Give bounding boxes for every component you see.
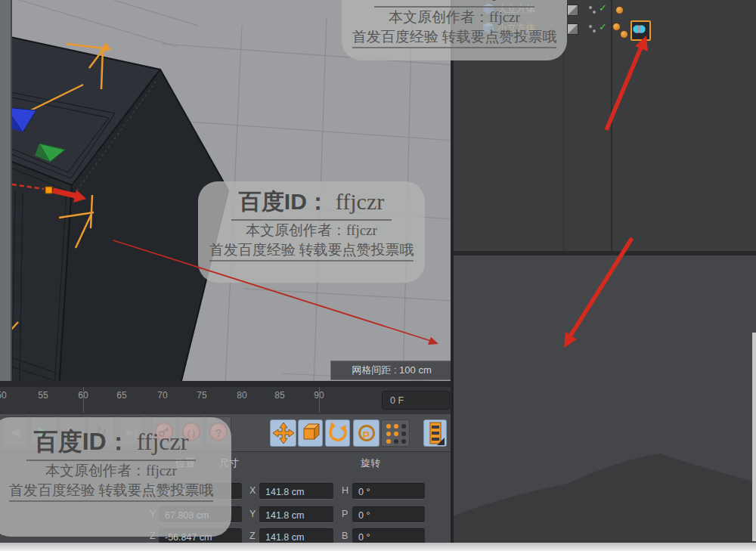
meshboolean-tag-icon[interactable] [631,20,651,41]
watermark-author: 本文原创作者：ffjczr [0,461,231,481]
ruler-label: 85 [268,390,291,401]
axis-label: H [342,485,349,496]
current-frame-field[interactable]: 0 F [382,391,450,410]
watermark-footer: 首发百度经验 转载要点赞投票哦 [209,240,414,262]
ruler-label: 55 [32,390,54,401]
ruler-label: 65 [110,390,133,401]
window-left-edge [0,0,12,387]
scale-tool-button[interactable] [298,419,323,447]
render-settings-button[interactable] [423,419,447,447]
texture-tag-dot[interactable] [612,23,621,31]
texture-tag-dot[interactable] [620,30,628,39]
rotate-icon [327,421,349,445]
c4d-window: 网格间距 : 100 cm 大立方体 ✓ 小立方体 [0,0,756,551]
background-silhouette [454,446,756,544]
filmstrip-icon [426,421,445,445]
range-marker[interactable] [83,387,84,413]
enabled-check-icon[interactable]: ✓ [599,2,607,14]
range-marker[interactable] [319,387,320,413]
watermark: 百度ID：ffjczr 本文原创作者：ffjczr 首发百度经验 转载要点赞投票… [198,181,425,283]
scale-icon [299,421,322,445]
ruler-label: 50 [0,390,13,401]
layer-icon[interactable] [567,23,578,35]
visibility-dot[interactable] [589,6,592,9]
watermark-title: 百度ID：ffjczr [374,0,534,8]
window-bottom-edge [0,543,756,551]
snap-grid-button[interactable] [381,419,410,447]
panel-divider [454,251,756,255]
axis-label: Y [249,509,256,519]
ruler-label: 75 [191,390,213,401]
rotation-header: 旋转 [333,457,408,470]
watermark-footer: 首发百度经验 转载要点赞投票哦 [9,481,214,502]
ruler-label: 80 [231,390,253,401]
rotation-h-field[interactable]: 0 ° [352,483,425,500]
watermark-author: 本文原创作者：ffjczr [198,221,425,240]
visibility-dot[interactable] [593,11,596,14]
ruler-label: 70 [151,390,174,401]
move-tool-button[interactable] [270,419,296,447]
texture-tag-dot[interactable] [615,6,624,14]
om-column-divider [611,0,612,251]
p-badge-icon: P [358,425,375,441]
axis-label: P [342,509,348,519]
size-x-field[interactable]: 141.8 cm [259,483,333,500]
dot-grid-icon [386,424,406,444]
watermark-title: 百度ID：ffjczr [231,187,392,221]
window-right-edge [752,333,756,541]
viewport-bottom-edge [0,381,454,387]
visibility-dot[interactable] [593,29,596,33]
move-icon [271,421,296,445]
size-y-field[interactable]: 141.8 cm [259,506,333,523]
watermark: 百度ID：ffjczr 本文原创作者：ffjczr 首发百度经验 转载要点赞投票… [0,417,231,537]
layer-icon[interactable] [567,5,578,16]
visibility-dot[interactable] [589,25,592,28]
watermark-author: 本文原创作者：ffjczr [342,8,567,27]
rotation-p-field[interactable]: 0 ° [352,506,425,523]
panel-divider[interactable] [451,0,454,551]
watermark-footer: 首发百度经验 转载要点赞投票哦 [352,27,557,48]
grid-spacing-label: 网格间距 : 100 cm [330,361,453,380]
watermark: 百度ID：ffjczr 本文原创作者：ffjczr 首发百度经验 转载要点赞投票… [342,0,567,60]
rotate-tool-button[interactable] [325,419,350,447]
enabled-check-icon[interactable]: ✓ [599,21,607,33]
coordinates-tool-button[interactable]: P [353,419,380,447]
axis-label: X [249,485,256,496]
axis-label: B [342,531,348,541]
ruler-ticks [0,407,378,410]
axis-label: Z [249,531,256,541]
watermark-title: 百度ID：ffjczr [26,426,197,461]
